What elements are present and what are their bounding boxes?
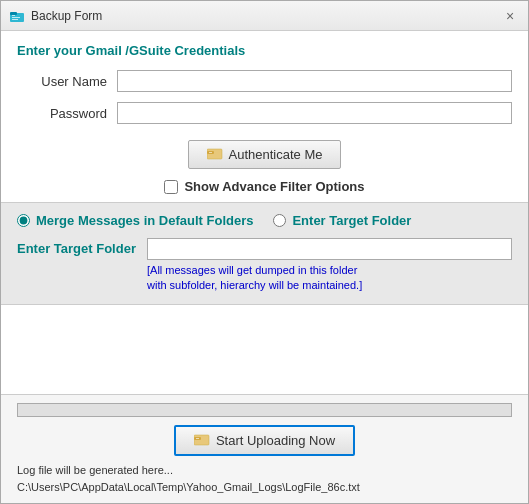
merge-messages-option[interactable]: Merge Messages in Default Folders <box>17 213 253 228</box>
target-folder-input[interactable] <box>147 238 512 260</box>
show-filter-label[interactable]: Show Advance Filter Options <box>184 179 364 194</box>
svg-rect-1 <box>10 12 17 15</box>
folder-options-section: Merge Messages in Default Folders Enter … <box>1 202 528 305</box>
target-folder-hint: [All messages will get dumped in this fo… <box>147 263 512 294</box>
enter-target-option[interactable]: Enter Target Folder <box>273 213 411 228</box>
merge-messages-radio[interactable] <box>17 214 30 227</box>
target-folder-row: Enter Target Folder [All messages will g… <box>17 238 512 294</box>
password-input[interactable] <box>117 102 512 124</box>
log-line-1: Log file will be generated here... <box>17 462 512 479</box>
merge-messages-label: Merge Messages in Default Folders <box>36 213 253 228</box>
svg-rect-2 <box>12 15 15 16</box>
target-folder-right: [All messages will get dumped in this fo… <box>147 238 512 294</box>
enter-target-radio-label: Enter Target Folder <box>292 213 411 228</box>
radio-row: Merge Messages in Default Folders Enter … <box>17 213 512 228</box>
log-section: Log file will be generated here... C:\Us… <box>17 462 512 495</box>
password-label: Password <box>17 106 117 121</box>
target-folder-label: Enter Target Folder <box>17 238 137 256</box>
enter-target-radio[interactable] <box>273 214 286 227</box>
log-line-2: C:\Users\PC\AppData\Local\Temp\Yahoo_Gma… <box>17 479 512 496</box>
backup-form-window: Backup Form × Enter your Gmail /GSuite C… <box>0 0 529 504</box>
upload-folder-icon <box>194 432 210 449</box>
svg-rect-8 <box>209 152 212 153</box>
authenticate-label: Authenticate Me <box>229 147 323 162</box>
username-input[interactable] <box>117 70 512 92</box>
authenticate-row: Authenticate Me <box>17 140 512 169</box>
title-bar-text: Backup Form <box>31 9 102 23</box>
main-content: Enter your Gmail /GSuite Credentials Use… <box>1 31 528 394</box>
title-bar-left: Backup Form <box>9 8 102 24</box>
upload-button-label: Start Uploading Now <box>216 433 335 448</box>
app-icon <box>9 8 25 24</box>
upload-row: Start Uploading Now <box>17 425 512 456</box>
username-label: User Name <box>17 74 117 89</box>
filter-options-row: Show Advance Filter Options <box>17 179 512 194</box>
password-group: Password <box>17 102 512 124</box>
upload-button[interactable]: Start Uploading Now <box>174 425 355 456</box>
svg-rect-3 <box>12 17 20 18</box>
close-button[interactable]: × <box>500 6 520 26</box>
title-bar: Backup Form × <box>1 1 528 31</box>
progress-bar <box>17 403 512 417</box>
svg-rect-4 <box>12 19 18 20</box>
svg-rect-12 <box>196 438 199 439</box>
folder-icon <box>207 146 223 163</box>
show-filter-checkbox[interactable] <box>164 180 178 194</box>
authenticate-button[interactable]: Authenticate Me <box>188 140 342 169</box>
bottom-section: Start Uploading Now Log file will be gen… <box>1 394 528 503</box>
username-group: User Name <box>17 70 512 92</box>
credentials-section-title: Enter your Gmail /GSuite Credentials <box>17 43 512 58</box>
